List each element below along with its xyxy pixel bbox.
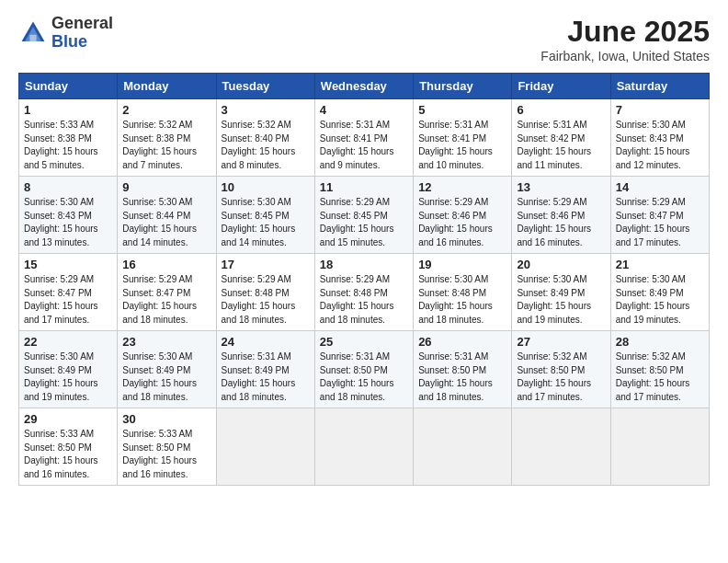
table-row: 15 Sunrise: 5:29 AMSunset: 8:47 PMDaylig…: [19, 254, 118, 331]
table-row: 16 Sunrise: 5:29 AMSunset: 8:47 PMDaylig…: [118, 254, 216, 331]
day-info: Sunrise: 5:30 AMSunset: 8:43 PMDaylight:…: [24, 197, 98, 247]
day-number: 26: [418, 335, 506, 349]
day-number: 21: [616, 258, 704, 271]
day-info: Sunrise: 5:29 AMSunset: 8:45 PMDaylight:…: [320, 197, 394, 247]
day-number: 9: [122, 180, 210, 194]
day-info: Sunrise: 5:31 AMSunset: 8:49 PMDaylight:…: [222, 351, 296, 402]
table-row: 19 Sunrise: 5:30 AMSunset: 8:48 PMDaylig…: [414, 254, 512, 331]
header-wednesday: Wednesday: [314, 74, 413, 99]
day-info: Sunrise: 5:30 AMSunset: 8:49 PMDaylight:…: [122, 351, 197, 402]
day-info: Sunrise: 5:32 AMSunset: 8:40 PMDaylight:…: [222, 120, 296, 170]
table-row: 2 Sunrise: 5:32 AMSunset: 8:38 PMDayligh…: [118, 99, 216, 177]
day-number: 23: [122, 335, 210, 349]
day-info: Sunrise: 5:30 AMSunset: 8:49 PMDaylight:…: [616, 274, 690, 325]
calendar-week-row: 22 Sunrise: 5:30 AMSunset: 8:49 PMDaylig…: [19, 331, 710, 408]
day-info: Sunrise: 5:33 AMSunset: 8:50 PMDaylight:…: [122, 429, 197, 479]
header-thursday: Thursday: [414, 74, 512, 99]
day-info: Sunrise: 5:29 AMSunset: 8:47 PMDaylight:…: [616, 197, 690, 247]
day-info: Sunrise: 5:32 AMSunset: 8:50 PMDaylight:…: [517, 351, 591, 402]
calendar-week-row: 8 Sunrise: 5:30 AMSunset: 8:43 PMDayligh…: [19, 177, 710, 254]
table-row: 3 Sunrise: 5:32 AMSunset: 8:40 PMDayligh…: [216, 99, 314, 177]
day-info: Sunrise: 5:31 AMSunset: 8:42 PMDaylight:…: [517, 120, 591, 170]
day-info: Sunrise: 5:29 AMSunset: 8:47 PMDaylight:…: [24, 274, 98, 325]
day-number: 16: [122, 258, 210, 271]
table-row: 4 Sunrise: 5:31 AMSunset: 8:41 PMDayligh…: [314, 99, 413, 177]
day-number: 10: [222, 180, 310, 194]
table-row: 26 Sunrise: 5:31 AMSunset: 8:50 PMDaylig…: [414, 331, 512, 408]
table-row: 22 Sunrise: 5:30 AMSunset: 8:49 PMDaylig…: [19, 331, 118, 408]
calendar-subtitle: Fairbank, Iowa, United States: [540, 49, 710, 63]
day-number: 14: [616, 180, 704, 194]
day-number: 2: [122, 103, 210, 117]
day-number: 12: [418, 180, 506, 194]
table-row: 24 Sunrise: 5:31 AMSunset: 8:49 PMDaylig…: [216, 331, 314, 408]
table-row: 1 Sunrise: 5:33 AMSunset: 8:38 PMDayligh…: [19, 99, 118, 177]
table-row: 29 Sunrise: 5:33 AMSunset: 8:50 PMDaylig…: [19, 408, 118, 486]
day-info: Sunrise: 5:33 AMSunset: 8:50 PMDaylight:…: [24, 429, 98, 479]
header-tuesday: Tuesday: [216, 74, 314, 99]
logo-icon: [18, 18, 48, 48]
day-number: 30: [122, 412, 210, 426]
day-info: Sunrise: 5:29 AMSunset: 8:46 PMDaylight:…: [517, 197, 591, 247]
day-info: Sunrise: 5:30 AMSunset: 8:44 PMDaylight:…: [122, 197, 197, 247]
day-info: Sunrise: 5:32 AMSunset: 8:38 PMDaylight:…: [122, 120, 197, 170]
calendar-week-row: 1 Sunrise: 5:33 AMSunset: 8:38 PMDayligh…: [19, 99, 710, 177]
svg-rect-2: [29, 35, 36, 41]
day-number: 7: [616, 103, 704, 117]
day-number: 6: [517, 103, 605, 117]
day-info: Sunrise: 5:29 AMSunset: 8:47 PMDaylight:…: [122, 274, 197, 325]
table-row: 27 Sunrise: 5:32 AMSunset: 8:50 PMDaylig…: [512, 331, 610, 408]
day-number: 18: [320, 258, 408, 271]
day-number: 29: [24, 412, 112, 426]
day-info: Sunrise: 5:30 AMSunset: 8:49 PMDaylight:…: [24, 351, 98, 402]
table-row: 13 Sunrise: 5:29 AMSunset: 8:46 PMDaylig…: [512, 177, 610, 254]
table-row: 6 Sunrise: 5:31 AMSunset: 8:42 PMDayligh…: [512, 99, 610, 177]
day-info: Sunrise: 5:31 AMSunset: 8:50 PMDaylight:…: [320, 351, 394, 402]
day-info: Sunrise: 5:30 AMSunset: 8:48 PMDaylight:…: [418, 274, 493, 325]
logo-blue: Blue: [51, 33, 113, 52]
day-number: 15: [24, 258, 112, 271]
table-row: 7 Sunrise: 5:30 AMSunset: 8:43 PMDayligh…: [610, 99, 709, 177]
day-number: 24: [222, 335, 310, 349]
day-info: Sunrise: 5:30 AMSunset: 8:49 PMDaylight:…: [517, 274, 591, 325]
logo: General Blue: [18, 15, 113, 52]
day-info: Sunrise: 5:31 AMSunset: 8:50 PMDaylight:…: [418, 351, 493, 402]
table-row: 12 Sunrise: 5:29 AMSunset: 8:46 PMDaylig…: [414, 177, 512, 254]
table-row: 20 Sunrise: 5:30 AMSunset: 8:49 PMDaylig…: [512, 254, 610, 331]
table-row: 25 Sunrise: 5:31 AMSunset: 8:50 PMDaylig…: [314, 331, 413, 408]
day-info: Sunrise: 5:30 AMSunset: 8:45 PMDaylight:…: [222, 197, 296, 247]
table-row: 10 Sunrise: 5:30 AMSunset: 8:45 PMDaylig…: [216, 177, 314, 254]
day-number: 25: [320, 335, 408, 349]
day-number: 17: [222, 258, 310, 271]
day-info: Sunrise: 5:33 AMSunset: 8:38 PMDaylight:…: [24, 120, 98, 170]
day-number: 1: [24, 103, 112, 117]
table-row: [610, 408, 709, 486]
table-row: [216, 408, 314, 486]
header-sunday: Sunday: [19, 74, 118, 99]
header: General Blue June 2025 Fairbank, Iowa, U…: [18, 15, 710, 63]
logo-general: General: [51, 15, 113, 33]
table-row: 11 Sunrise: 5:29 AMSunset: 8:45 PMDaylig…: [314, 177, 413, 254]
calendar-header-row: Sunday Monday Tuesday Wednesday Thursday…: [19, 74, 710, 99]
day-number: 13: [517, 180, 605, 194]
day-number: 4: [320, 103, 408, 117]
table-row: 28 Sunrise: 5:32 AMSunset: 8:50 PMDaylig…: [610, 331, 709, 408]
day-number: 8: [24, 180, 112, 194]
day-number: 11: [320, 180, 408, 194]
day-info: Sunrise: 5:31 AMSunset: 8:41 PMDaylight:…: [320, 120, 394, 170]
table-row: 30 Sunrise: 5:33 AMSunset: 8:50 PMDaylig…: [118, 408, 216, 486]
day-info: Sunrise: 5:29 AMSunset: 8:48 PMDaylight:…: [320, 274, 394, 325]
day-info: Sunrise: 5:30 AMSunset: 8:43 PMDaylight:…: [616, 120, 690, 170]
table-row: [512, 408, 610, 486]
table-row: 18 Sunrise: 5:29 AMSunset: 8:48 PMDaylig…: [314, 254, 413, 331]
logo-text: General Blue: [51, 15, 113, 52]
table-row: 14 Sunrise: 5:29 AMSunset: 8:47 PMDaylig…: [610, 177, 709, 254]
table-row: 17 Sunrise: 5:29 AMSunset: 8:48 PMDaylig…: [216, 254, 314, 331]
day-number: 3: [222, 103, 310, 117]
calendar-week-row: 15 Sunrise: 5:29 AMSunset: 8:47 PMDaylig…: [19, 254, 710, 331]
day-number: 22: [24, 335, 112, 349]
day-info: Sunrise: 5:29 AMSunset: 8:46 PMDaylight:…: [418, 197, 493, 247]
day-info: Sunrise: 5:29 AMSunset: 8:48 PMDaylight:…: [222, 274, 296, 325]
day-info: Sunrise: 5:32 AMSunset: 8:50 PMDaylight:…: [616, 351, 690, 402]
table-row: 9 Sunrise: 5:30 AMSunset: 8:44 PMDayligh…: [118, 177, 216, 254]
